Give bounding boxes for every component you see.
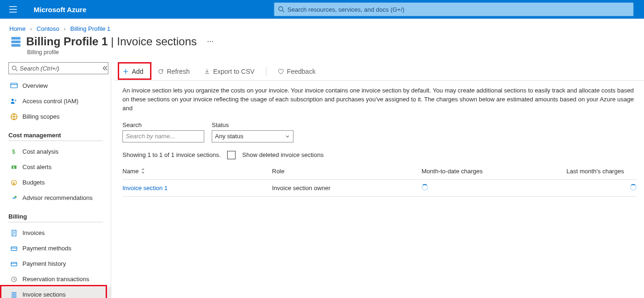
- sidebar-item-label: Billing scopes: [22, 113, 60, 120]
- dollar-icon: $: [9, 148, 19, 156]
- card-icon: [9, 260, 19, 268]
- sidebar-item-cost-alerts[interactable]: $ Cost alerts: [8, 159, 111, 175]
- svg-point-0: [279, 7, 283, 11]
- column-role-label: Role: [272, 168, 285, 175]
- column-role[interactable]: Role: [272, 168, 422, 175]
- search-icon: [12, 65, 18, 71]
- sidebar-item-label: Cost analysis: [22, 148, 58, 155]
- refresh-label: Refresh: [167, 68, 190, 75]
- sidebar-item-cost-analysis[interactable]: $ Cost analysis: [8, 144, 111, 159]
- breadcrumb-contoso[interactable]: Contoso: [36, 25, 59, 32]
- column-last-label: Last month's charges: [566, 168, 624, 175]
- feedback-button[interactable]: Feedback: [275, 66, 318, 77]
- global-search[interactable]: [274, 2, 634, 16]
- divider: [8, 141, 103, 141]
- sidebar-item-label: Invoice sections: [22, 291, 66, 298]
- card-icon: [9, 245, 19, 252]
- chevron-down-icon: [285, 134, 290, 139]
- clock-icon: [9, 276, 19, 283]
- svg-point-7: [14, 99, 16, 101]
- svg-point-4: [12, 66, 16, 70]
- sidebar-item-label: Budgets: [22, 179, 45, 186]
- global-search-input[interactable]: [287, 6, 630, 13]
- heart-icon: [278, 68, 284, 75]
- svg-rect-16: [11, 247, 17, 250]
- sidebar-item-access-control[interactable]: Access control (IAM): [8, 93, 111, 109]
- column-name-label: Name: [122, 168, 139, 175]
- globe-icon: [9, 113, 19, 121]
- svg-text:$: $: [13, 165, 14, 169]
- breadcrumb-home[interactable]: Home: [9, 25, 26, 32]
- sidebar-item-payment-history[interactable]: Payment history: [8, 256, 111, 271]
- sidebar-item-label: Cost alerts: [22, 163, 51, 170]
- export-csv-button[interactable]: Export to CSV: [201, 66, 258, 77]
- svg-rect-3: [11, 44, 21, 46]
- feedback-label: Feedback: [287, 68, 315, 75]
- sidebar-item-overview[interactable]: Overview: [8, 78, 111, 93]
- sidebar-item-payment-methods[interactable]: Payment methods: [8, 241, 111, 256]
- role-cell: Invoice section owner: [272, 184, 422, 192]
- export-label: Export to CSV: [213, 68, 255, 75]
- download-icon: [204, 68, 210, 75]
- svg-rect-5: [11, 83, 17, 88]
- page-title: Billing Profile 1 | Invoice sections: [26, 35, 197, 48]
- table-row[interactable]: Invoice section 1 Invoice section owner: [122, 180, 637, 197]
- search-icon: [278, 6, 285, 13]
- column-name[interactable]: Name: [122, 168, 272, 175]
- loading-spinner-icon: [422, 184, 428, 191]
- invoice-section-link[interactable]: Invoice section 1: [122, 184, 272, 192]
- sidebar-item-label: Payment methods: [22, 245, 72, 252]
- invoice-sections-icon: [9, 35, 22, 48]
- alert-icon: $: [9, 163, 19, 171]
- status-filter-value: Any status: [215, 133, 243, 140]
- sidebar-item-invoice-sections[interactable]: Invoice sections: [8, 287, 111, 298]
- description-text: An invoice section lets you organize the…: [115, 81, 644, 113]
- advisor-icon: [9, 194, 19, 202]
- chevron-right-icon: ›: [30, 25, 32, 32]
- sidebar-item-billing-scopes[interactable]: Billing scopes: [8, 109, 111, 124]
- column-mtd-charges[interactable]: Month-to-date charges: [422, 168, 566, 175]
- search-filter-label: Search: [122, 121, 204, 128]
- menu-toggle[interactable]: [6, 6, 21, 13]
- results-summary: Showing 1 to 1 of 1 invoice sections.: [122, 151, 221, 158]
- svg-rect-2: [11, 41, 21, 43]
- breadcrumb-billing-profile[interactable]: Billing Profile 1: [70, 25, 110, 32]
- sidebar-item-budgets[interactable]: $ Budgets: [8, 175, 111, 190]
- divider: [266, 67, 266, 76]
- more-button[interactable]: ⋯: [207, 38, 214, 45]
- sidebar-item-label: Payment history: [22, 260, 66, 267]
- add-button[interactable]: Add: [120, 66, 146, 77]
- column-last-charges[interactable]: Last month's charges: [566, 168, 637, 175]
- show-deleted-checkbox[interactable]: [227, 151, 236, 159]
- svg-rect-19: [12, 292, 17, 293]
- sidebar-item-label: Advisor recommendations: [22, 194, 93, 201]
- sidebar-item-label: Overview: [22, 82, 48, 89]
- svg-rect-1: [11, 37, 21, 39]
- mtd-cell: [422, 184, 566, 192]
- hamburger-icon: [9, 6, 17, 13]
- sidebar-search-input[interactable]: [20, 65, 105, 72]
- sidebar-search[interactable]: [8, 62, 108, 74]
- svg-rect-21: [12, 296, 17, 298]
- budget-icon: $: [9, 179, 19, 186]
- sidebar-item-invoices[interactable]: Invoices: [8, 225, 111, 241]
- status-filter-select[interactable]: Any status: [212, 130, 293, 142]
- svg-rect-20: [12, 294, 17, 296]
- overview-icon: [9, 82, 19, 90]
- sidebar-item-advisor[interactable]: Advisor recommendations: [8, 190, 111, 206]
- sidebar-item-reservation-transactions[interactable]: Reservation transactions: [8, 271, 111, 287]
- svg-rect-17: [11, 262, 17, 266]
- collapse-sidebar-button[interactable]: [102, 65, 108, 71]
- table-header: Name Role Month-to-date charges Last mon…: [122, 163, 637, 180]
- search-filter[interactable]: [122, 130, 204, 142]
- sidebar-section-billing: Billing: [8, 213, 111, 220]
- sidebar-item-label: Access control (IAM): [22, 98, 79, 105]
- refresh-button[interactable]: Refresh: [155, 66, 193, 77]
- invoice-icon: [9, 229, 19, 237]
- page-subtitle: Billing profile: [0, 49, 644, 56]
- breadcrumb: Home › Contoso › Billing Profile 1: [0, 19, 644, 32]
- search-filter-input[interactable]: [126, 133, 201, 140]
- svg-point-14: [14, 196, 16, 198]
- plus-icon: [122, 68, 129, 75]
- chevron-right-icon: ›: [64, 25, 65, 32]
